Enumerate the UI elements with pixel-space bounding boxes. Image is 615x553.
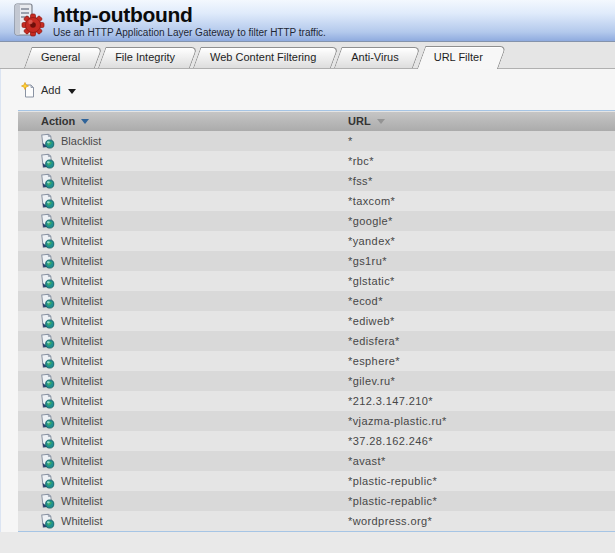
page-globe-icon [39, 133, 55, 149]
action-label: Whitelist [61, 175, 103, 187]
action-label: Whitelist [61, 435, 103, 447]
action-label: Whitelist [61, 455, 103, 467]
tab-url-filter[interactable]: URL Filter [417, 46, 498, 69]
action-cell: Whitelist [18, 513, 348, 529]
table-row[interactable]: Whitelist *212.3.147.210* [18, 391, 615, 411]
sort-descending-icon [81, 119, 89, 124]
table-row[interactable]: Whitelist *ediweb* [18, 311, 615, 331]
action-label: Whitelist [61, 395, 103, 407]
action-cell: Whitelist [18, 373, 348, 389]
action-label: Whitelist [61, 355, 103, 367]
page-globe-icon [39, 193, 55, 209]
url-cell: *yandex* [348, 235, 615, 247]
tab-strip: General File Integrity Web Content Filte… [0, 42, 615, 69]
action-label: Whitelist [61, 495, 103, 507]
table-row[interactable]: Whitelist *edisfera* [18, 331, 615, 351]
table-row[interactable]: Whitelist *fss* [18, 171, 615, 191]
action-cell: Whitelist [18, 233, 348, 249]
action-cell: Whitelist [18, 413, 348, 429]
table-row[interactable]: Whitelist *yandex* [18, 231, 615, 251]
action-cell: Whitelist [18, 453, 348, 469]
table-row[interactable]: Whitelist *esphere* [18, 351, 615, 371]
action-label: Whitelist [61, 415, 103, 427]
url-cell: *edisfera* [348, 335, 615, 347]
table-row[interactable]: Whitelist *plastic-repablic* [18, 491, 615, 511]
action-cell: Whitelist [18, 273, 348, 289]
url-cell: *plastic-repablic* [348, 495, 615, 507]
action-cell: Whitelist [18, 333, 348, 349]
column-header-action-label: Action [41, 115, 75, 127]
url-cell: *ediweb* [348, 315, 615, 327]
tab-label: Anti-Virus [351, 51, 398, 63]
action-label: Whitelist [61, 315, 103, 327]
page-globe-icon [39, 293, 55, 309]
table-row[interactable]: Whitelist *gs1ru* [18, 251, 615, 271]
page-globe-icon [39, 433, 55, 449]
page-globe-icon [39, 373, 55, 389]
table-row[interactable]: Whitelist *vjazma-plastic.ru* [18, 411, 615, 431]
page-globe-icon [39, 473, 55, 489]
action-label: Whitelist [61, 195, 103, 207]
page-globe-icon [39, 453, 55, 469]
table-row[interactable]: Blacklist * [18, 131, 615, 151]
table-row[interactable]: Whitelist *ecod* [18, 291, 615, 311]
action-label: Whitelist [61, 475, 103, 487]
action-cell: Blacklist [18, 133, 348, 149]
table-row[interactable]: Whitelist *glstatic* [18, 271, 615, 291]
column-header-action[interactable]: Action [18, 115, 348, 127]
tab-anti-virus[interactable]: Anti-Virus [334, 47, 413, 68]
action-cell: Whitelist [18, 293, 348, 309]
caret-down-icon [68, 89, 76, 94]
action-label: Whitelist [61, 215, 103, 227]
table-row[interactable]: Whitelist *avast* [18, 451, 615, 471]
tab-label: File Integrity [115, 51, 175, 63]
page-globe-icon [39, 493, 55, 509]
action-cell: Whitelist [18, 193, 348, 209]
tab-label: Web Content Filtering [210, 51, 316, 63]
table-row[interactable]: Whitelist *37.28.162.246* [18, 431, 615, 451]
url-cell: *fss* [348, 175, 615, 187]
table-row[interactable]: Whitelist *wordpress.org* [18, 511, 615, 531]
table-row[interactable]: Whitelist *plastic-republic* [18, 471, 615, 491]
action-cell: Whitelist [18, 253, 348, 269]
action-label: Whitelist [61, 255, 103, 267]
action-cell: Whitelist [18, 173, 348, 189]
url-cell: *rbc* [348, 155, 615, 167]
add-button[interactable]: Add [21, 82, 76, 98]
page-globe-icon [39, 273, 55, 289]
page-globe-icon [39, 153, 55, 169]
url-cell: *wordpress.org* [348, 515, 615, 527]
page-globe-icon [39, 353, 55, 369]
page-globe-icon [39, 213, 55, 229]
gear-glyph [22, 14, 44, 36]
column-header-url[interactable]: URL [348, 115, 615, 127]
table-row[interactable]: Whitelist *taxcom* [18, 191, 615, 211]
url-cell: *gilev.ru* [348, 375, 615, 387]
page-subtitle: Use an HTTP Application Layer Gateway to… [53, 27, 326, 38]
url-cell: *esphere* [348, 355, 615, 367]
add-button-label: Add [41, 84, 61, 96]
action-cell: Whitelist [18, 493, 348, 509]
tab-label: General [41, 51, 80, 63]
tab-general[interactable]: General [24, 47, 95, 68]
page-globe-icon [39, 413, 55, 429]
new-document-icon [21, 82, 37, 98]
page-globe-icon [39, 253, 55, 269]
url-cell: * [348, 135, 615, 147]
action-cell: Whitelist [18, 433, 348, 449]
action-label: Whitelist [61, 235, 103, 247]
tab-file-integrity[interactable]: File Integrity [98, 47, 190, 68]
url-cell: *vjazma-plastic.ru* [348, 415, 615, 427]
action-label: Whitelist [61, 155, 103, 167]
action-label: Whitelist [61, 295, 103, 307]
tab-web-content-filtering[interactable]: Web Content Filtering [193, 47, 331, 68]
table-row[interactable]: Whitelist *gilev.ru* [18, 371, 615, 391]
page-globe-icon [39, 233, 55, 249]
table-row[interactable]: Whitelist *rbc* [18, 151, 615, 171]
table-row[interactable]: Whitelist *google* [18, 211, 615, 231]
url-filter-table: Action URL Blacklist * [18, 110, 615, 532]
action-cell: Whitelist [18, 353, 348, 369]
sort-inactive-icon [377, 119, 385, 124]
action-label: Whitelist [61, 275, 103, 287]
action-cell: Whitelist [18, 153, 348, 169]
